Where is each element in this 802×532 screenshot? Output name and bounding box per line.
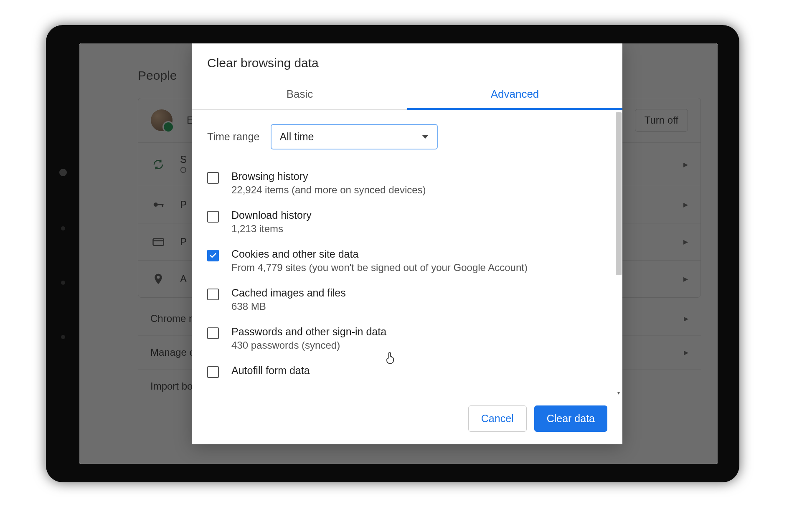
data-type-item: Autofill form data <box>207 358 607 385</box>
dialog-tabs: Basic Advanced <box>192 80 622 110</box>
time-range-label: Time range <box>207 131 260 143</box>
item-text: Download history1,213 items <box>231 209 312 235</box>
checkbox[interactable] <box>207 289 219 300</box>
item-text: Cookies and other site dataFrom 4,779 si… <box>231 248 528 274</box>
item-title: Browsing history <box>231 170 426 182</box>
item-subtitle: 430 passwords (synced) <box>231 339 386 351</box>
data-type-item: Cookies and other site dataFrom 4,779 si… <box>207 241 607 280</box>
clear-data-button[interactable]: Clear data <box>534 405 607 432</box>
data-type-item: Download history1,213 items <box>207 203 607 241</box>
time-range-select[interactable]: All time <box>271 124 438 149</box>
data-type-item: Browsing history22,924 items (and more o… <box>207 164 607 203</box>
data-type-item: Cached images and files638 MB <box>207 280 607 319</box>
checkbox[interactable] <box>207 172 219 184</box>
tablet-frame: People E Turn off S <box>46 25 739 482</box>
dialog-body: ▴ ▾ Time range All time Browsing history… <box>192 110 622 396</box>
item-subtitle: 22,924 items (and more on synced devices… <box>231 184 426 196</box>
item-title: Cookies and other site data <box>231 248 528 260</box>
item-text: Passwords and other sign-in data430 pass… <box>231 326 386 351</box>
device-sensors <box>59 169 67 339</box>
time-range-row: Time range All time <box>207 110 607 160</box>
item-title: Cached images and files <box>231 287 346 299</box>
tab-basic[interactable]: Basic <box>192 80 407 109</box>
checkbox[interactable] <box>207 366 219 378</box>
checkbox[interactable] <box>207 327 219 339</box>
item-subtitle: 1,213 items <box>231 223 312 235</box>
checkbox[interactable] <box>207 211 219 223</box>
scroll-thumb[interactable] <box>616 112 622 275</box>
item-title: Passwords and other sign-in data <box>231 326 386 338</box>
dialog-title: Clear browsing data <box>192 43 622 80</box>
tab-advanced[interactable]: Advanced <box>407 80 622 110</box>
item-title: Download history <box>231 209 312 221</box>
cancel-button[interactable]: Cancel <box>468 405 527 432</box>
caret-down-icon <box>422 135 429 139</box>
checkbox[interactable] <box>207 250 219 261</box>
scrollbar[interactable]: ▴ ▾ <box>616 112 622 393</box>
item-text: Autofill form data <box>231 365 310 377</box>
screen: People E Turn off S <box>79 43 718 464</box>
data-types-list: Browsing history22,924 items (and more o… <box>207 160 607 385</box>
data-type-item: Passwords and other sign-in data430 pass… <box>207 319 607 358</box>
item-text: Cached images and files638 MB <box>231 287 346 312</box>
item-subtitle: 638 MB <box>231 301 346 312</box>
item-text: Browsing history22,924 items (and more o… <box>231 170 426 196</box>
time-range-value: All time <box>280 131 314 143</box>
item-title: Autofill form data <box>231 365 310 377</box>
item-subtitle: From 4,779 sites (you won't be signed ou… <box>231 262 528 274</box>
dialog-footer: Cancel Clear data <box>192 396 622 444</box>
clear-browsing-data-dialog: Clear browsing data Basic Advanced ▴ ▾ T… <box>192 43 622 444</box>
scroll-down-icon[interactable]: ▾ <box>616 390 622 396</box>
